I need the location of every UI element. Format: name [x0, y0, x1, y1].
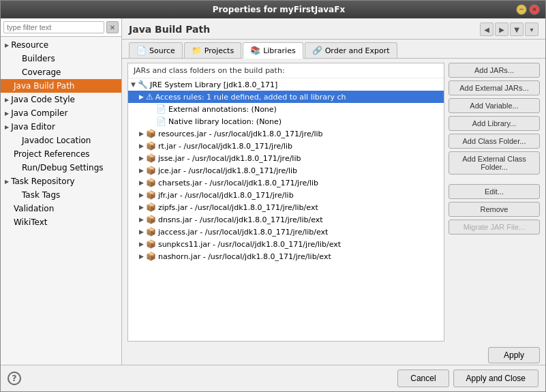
remove-button[interactable]: Remove: [449, 202, 540, 217]
sidebar-item-project-references[interactable]: Project References: [1, 147, 121, 161]
tree-item-icon: 📦: [146, 178, 156, 187]
title-bar: Properties for myFirstJavaFx ─ ✕: [1, 1, 545, 18]
sidebar-item-label: Project References: [14, 149, 90, 159]
expand-icon: ▶: [5, 42, 9, 48]
forward-arrow[interactable]: ▶: [495, 22, 509, 36]
tree-item-ext-annotations[interactable]: 📄External annotations: (None): [128, 103, 444, 115]
sidebar-item-java-editor[interactable]: ▶Java Editor: [1, 120, 121, 134]
sidebar-item-label: Javadoc Location: [22, 136, 91, 145]
tree-item-nashorn-jar[interactable]: ▶📦nashorn.jar - /usr/local/jdk1.8.0_171/…: [128, 250, 444, 262]
filter-bar: ✕: [1, 18, 121, 37]
tree-item-icon: 📦: [146, 153, 156, 163]
tree-expand-icon: ▶: [139, 167, 144, 174]
tree-item-charsets-jar[interactable]: ▶📦charsets.jar - /usr/local/jdk1.8.0_171…: [128, 177, 444, 189]
apply-and-close-button[interactable]: Apply and Close: [453, 370, 539, 387]
tree-item-icon: 📦: [146, 129, 156, 138]
sidebar-item-task-tags[interactable]: Task Tags: [1, 188, 121, 202]
sidebar-item-wikitext[interactable]: WikiText: [1, 215, 121, 229]
dropdown-arrow[interactable]: ▾: [525, 22, 539, 36]
sidebar-item-javadoc-location[interactable]: Javadoc Location: [1, 134, 121, 147]
tree-item-icon: 📦: [146, 252, 156, 261]
tree-item-icon: 📦: [146, 141, 156, 151]
tab-order-export[interactable]: 🔗Order and Export: [305, 42, 397, 58]
tree-item-label: jfr.jar - /usr/local/jdk1.8.0_171/jre/li…: [158, 191, 294, 200]
tree-item-rt-jar[interactable]: ▶📦rt.jar - /usr/local/jdk1.8.0_171/jre/l…: [128, 140, 444, 152]
tree-item-label: Native library location: (None): [168, 117, 282, 126]
tree-expand-icon: ▶: [139, 253, 144, 260]
button-spacer: [449, 177, 540, 181]
tab-icon-order-export: 🔗: [312, 46, 322, 55]
tab-icon-projects: 📁: [192, 46, 202, 55]
tree-item-icon: 📦: [146, 227, 156, 237]
panel-title: Java Build Path: [129, 24, 210, 35]
tab-libraries[interactable]: 📚Libraries: [243, 42, 303, 59]
tree-item-zipfs-jar[interactable]: ▶📦zipfs.jar - /usr/local/jdk1.8.0_171/jr…: [128, 201, 444, 213]
title-controls: ─ ✕: [516, 4, 540, 15]
tree-expand-icon: ▶: [139, 179, 144, 186]
sidebar-item-java-code-style[interactable]: ▶Java Code Style: [1, 93, 121, 106]
tree-item-resources-jar[interactable]: ▶📦resources.jar - /usr/local/jdk1.8.0_17…: [128, 127, 444, 140]
expand-icon: ▶: [5, 124, 9, 130]
tree-expand-icon: ▶: [139, 155, 144, 162]
tree-item-label: resources.jar - /usr/local/jdk1.8.0_171/…: [158, 130, 323, 138]
minimize-button[interactable]: ─: [516, 4, 527, 15]
tree-item-label: jsse.jar - /usr/local/jdk1.8.0_171/jre/l…: [158, 154, 301, 163]
apply-button[interactable]: Apply: [488, 347, 540, 363]
filter-input[interactable]: [3, 21, 104, 33]
tree-expand-icon: ▶: [139, 192, 144, 198]
tree-item-sunpkcs11-jar[interactable]: ▶📦sunpkcs11.jar - /usr/local/jdk1.8.0_17…: [128, 238, 444, 250]
help-button[interactable]: ?: [7, 372, 21, 385]
action-buttons-panel: Add JARs...Add External JARs...Add Varia…: [444, 63, 540, 342]
expand-icon: ▶: [5, 97, 9, 103]
cancel-button[interactable]: Cancel: [397, 370, 449, 387]
tree-item-label: jaccess.jar - /usr/local/jdk1.8.0_171/jr…: [158, 228, 328, 237]
tree-item-jce-jar[interactable]: ▶📦jce.jar - /usr/local/jdk1.8.0_171/jre/…: [128, 164, 444, 177]
tree-expand-icon: ▼: [131, 81, 136, 88]
tree-item-label: sunpkcs11.jar - /usr/local/jdk1.8.0_171/…: [158, 240, 341, 249]
sidebar-item-java-build-path[interactable]: Java Build Path: [1, 79, 121, 93]
navigation-arrows: ◀ ▶ ▼ ▾: [480, 22, 539, 36]
tree-item-jaccess-jar[interactable]: ▶📦jaccess.jar - /usr/local/jdk1.8.0_171/…: [128, 226, 444, 238]
add-external-jars-button[interactable]: Add External JARs...: [449, 80, 540, 95]
sidebar-item-java-compiler[interactable]: ▶Java Compiler: [1, 106, 121, 120]
sidebar-item-coverage[interactable]: Coverage: [1, 65, 121, 79]
sidebar-item-validation[interactable]: Validation: [1, 202, 121, 215]
sidebar-item-label: Java Code Style: [11, 95, 75, 104]
tree-item-label: JRE System Library [jdk1.8.0_171]: [150, 80, 277, 89]
tree-item-label: External annotations: (None): [168, 105, 277, 114]
tree-item-label: nashorn.jar - /usr/local/jdk1.8.0_171/jr…: [158, 252, 331, 261]
add-class-folder-button[interactable]: Add Class Folder...: [449, 134, 540, 149]
tree-item-icon: 📦: [146, 239, 156, 249]
tree-item-jsse-jar[interactable]: ▶📦jsse.jar - /usr/local/jdk1.8.0_171/jre…: [128, 152, 444, 164]
tree-expand-icon: ▶: [139, 228, 144, 235]
add-variable-button[interactable]: Add Variable...: [449, 98, 540, 113]
clear-filter-button[interactable]: ✕: [106, 21, 119, 33]
tree-item-access-rules[interactable]: ▶⚠️Access rules: 1 rule defined, added t…: [128, 91, 444, 103]
down-arrow[interactable]: ▼: [510, 22, 524, 36]
expand-icon: ▶: [5, 110, 9, 117]
footer-buttons: Cancel Apply and Close: [397, 370, 539, 387]
sidebar-item-task-repository[interactable]: ▶Task Repository: [1, 175, 121, 188]
add-external-class-folder-button[interactable]: Add External Class Folder...: [449, 151, 540, 175]
close-button[interactable]: ✕: [529, 4, 540, 15]
tab-label-source: Source: [149, 46, 175, 55]
sidebar-item-label: Run/Debug Settings: [22, 163, 104, 172]
tab-projects[interactable]: 📁Projects: [184, 42, 241, 58]
sidebar-item-label: Java Build Path: [14, 81, 74, 91]
sidebar-item-label: Coverage: [22, 67, 61, 77]
back-arrow[interactable]: ◀: [480, 22, 494, 36]
sidebar-item-run-debug-settings[interactable]: Run/Debug Settings: [1, 161, 121, 175]
tree-item-dnsns-jar[interactable]: ▶📦dnsns.jar - /usr/local/jdk1.8.0_171/jr…: [128, 213, 444, 226]
sidebar-item-resource[interactable]: ▶Resource: [1, 38, 121, 52]
tree-item-native-lib[interactable]: 📄Native library location: (None): [128, 115, 444, 127]
sidebar: ✕ ▶ResourceBuildersCoverageJava Build Pa…: [1, 18, 122, 365]
tree-item-label: charsets.jar - /usr/local/jdk1.8.0_171/j…: [158, 179, 318, 187]
add-library-button[interactable]: Add Library...: [449, 116, 540, 131]
tree-item-icon: ⚠️: [146, 92, 153, 102]
tree-item-jre-system[interactable]: ▼🔧JRE System Library [jdk1.8.0_171]: [128, 78, 444, 91]
tab-source[interactable]: 📄Source: [129, 42, 183, 58]
edit-button[interactable]: Edit...: [449, 184, 540, 199]
sidebar-item-builders[interactable]: Builders: [1, 52, 121, 65]
tree-item-jfr-jar[interactable]: ▶📦jfr.jar - /usr/local/jdk1.8.0_171/jre/…: [128, 189, 444, 201]
add-jars-button[interactable]: Add JARs...: [449, 63, 540, 78]
